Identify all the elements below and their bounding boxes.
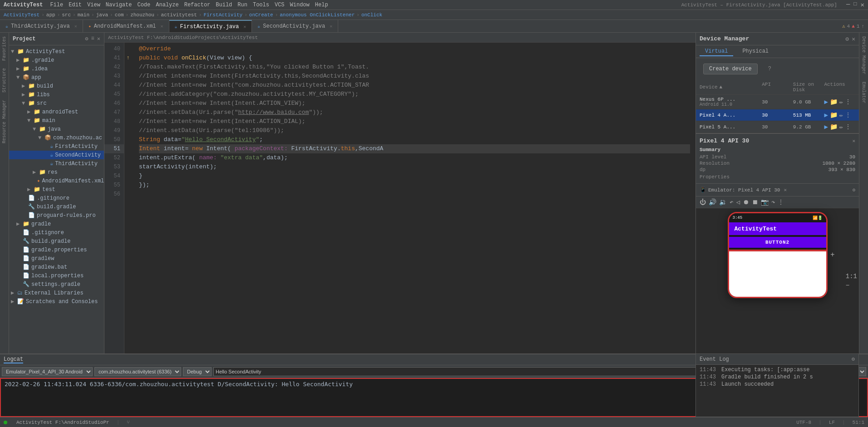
- more-button[interactable]: ⋮: [778, 198, 784, 206]
- device-row-nexus[interactable]: Nexus 6P ... Android 11.0 30 9.0 GB ▶ 📁 …: [696, 95, 859, 109]
- sidebar-icon-gear[interactable]: ⚙: [85, 35, 88, 42]
- create-device-button[interactable]: Create device: [703, 64, 758, 74]
- tree-gradlew-bat[interactable]: ▶ 📄 gradlew.bat: [9, 263, 104, 271]
- breadcrumb-src[interactable]: src: [62, 12, 71, 18]
- menu-tools[interactable]: Tools: [253, 2, 269, 8]
- menu-file[interactable]: File: [50, 2, 63, 8]
- tab-secondactivity-close[interactable]: ✕: [330, 24, 332, 29]
- sidebar-tab-structure[interactable]: Structure: [0, 64, 8, 96]
- menu-navigate[interactable]: Navigate: [106, 2, 132, 8]
- tree-thirdactivity[interactable]: ▶ ☕ ThirdActivity: [9, 159, 104, 168]
- breadcrumb-oncreate[interactable]: onCreate: [249, 12, 273, 18]
- logcat-level-select[interactable]: Debug: [183, 367, 212, 376]
- tree-gradle-root[interactable]: ▶ 📁 gradle: [9, 220, 104, 228]
- tree-gradle[interactable]: ▶ 📁 .gradle: [9, 56, 104, 64]
- zoom-out-button[interactable]: −: [846, 282, 857, 289]
- menu-vcs[interactable]: VCS: [275, 2, 285, 8]
- device-row-pixel4a[interactable]: Pixel 4 A... 30 513 MB ▶ 📁 ✏ ⋮: [696, 109, 859, 121]
- tab-physical[interactable]: Physical: [737, 47, 774, 56]
- volume-down-button[interactable]: 🔉: [719, 198, 727, 206]
- tree-gitignore-app[interactable]: ▶ 📄 .gitignore: [9, 194, 104, 202]
- tree-settings-gradle[interactable]: ▶ 🔧 settings.gradle: [9, 280, 104, 289]
- tree-build-gradle-app[interactable]: ▶ 🔧 build.gradle: [9, 202, 104, 211]
- help-icon[interactable]: ?: [768, 66, 771, 72]
- pixel5a-edit-button[interactable]: ✏: [839, 123, 843, 131]
- right-tab-device-manager[interactable]: Device Manager: [860, 33, 868, 78]
- breadcrumb-anonymous[interactable]: anonymous OnClickListener: [280, 12, 355, 18]
- stop-button[interactable]: ⏹: [752, 199, 758, 206]
- tree-local-props[interactable]: ▶ 📄 local.properties: [9, 271, 104, 280]
- device-manager-close-icon[interactable]: ✕: [852, 35, 855, 43]
- tree-gradle-props[interactable]: ▶ 📄 gradle.properties: [9, 245, 104, 254]
- menu-view[interactable]: View: [87, 2, 100, 8]
- tab-androidmanifest-close[interactable]: ✕: [161, 24, 163, 29]
- power-button[interactable]: ⏻: [700, 199, 706, 206]
- back-button[interactable]: ◁: [736, 198, 740, 206]
- pixel5a-more-button[interactable]: ⋮: [845, 123, 851, 131]
- tree-external-libs[interactable]: ▶ 🗂 External Libraries: [9, 289, 104, 297]
- screenshot-button[interactable]: 📷: [761, 198, 769, 206]
- pixel4a-edit-button[interactable]: ✏: [839, 111, 843, 119]
- tree-test[interactable]: ▶ 📁 test: [9, 185, 104, 194]
- menu-code[interactable]: Code: [137, 2, 150, 8]
- tree-androidmanifest[interactable]: ▶ ✦ AndroidManifest.xml: [9, 177, 104, 185]
- breadcrumb-activitytest[interactable]: ActivityTest: [4, 12, 39, 18]
- tree-libs[interactable]: ▶ 📁 libs: [9, 90, 104, 99]
- pixel5a-run-button[interactable]: ▶: [824, 123, 828, 131]
- tab-firstactivity-close[interactable]: ✕: [243, 24, 246, 29]
- home-button[interactable]: ⏺: [743, 199, 749, 206]
- nexus-more-button[interactable]: ⋮: [845, 98, 851, 106]
- device-manager-settings-icon[interactable]: ⚙: [845, 35, 849, 43]
- emulator-settings-icon[interactable]: ⚙: [852, 187, 855, 193]
- device-row-pixel5a[interactable]: Pixel 5 A... 30 9.2 GB ▶ 📁 ✏ ⋮: [696, 121, 859, 133]
- sidebar-icon-close[interactable]: ✕: [97, 35, 100, 42]
- zoom-in-button[interactable]: 1:1: [846, 273, 857, 280]
- tree-res[interactable]: ▶ 📁 res: [9, 168, 104, 177]
- minimize-button[interactable]: ─: [846, 1, 850, 9]
- logcat-package-select[interactable]: com.zhouzhou.activitytest (6336): [94, 367, 181, 376]
- menu-build[interactable]: Build: [216, 2, 232, 8]
- volume-up-button[interactable]: 🔊: [709, 198, 716, 206]
- menu-run[interactable]: Run: [237, 2, 247, 8]
- tree-gradlew[interactable]: ▶ 📄 gradlew: [9, 254, 104, 263]
- close-button[interactable]: ✕: [861, 1, 864, 9]
- menu-help[interactable]: Help: [315, 2, 328, 8]
- tree-androidtest[interactable]: ▶ 📁 androidTest: [9, 108, 104, 116]
- breadcrumb-app[interactable]: app: [46, 12, 55, 18]
- pixel4-details-close[interactable]: ✕: [852, 138, 855, 144]
- pixel5a-folder-button[interactable]: 📁: [830, 123, 838, 131]
- nexus-edit-button[interactable]: ✏: [839, 98, 843, 106]
- menu-analyze[interactable]: Analyze: [156, 2, 178, 8]
- tab-thirdactivity[interactable]: ☕ ThirdActivity.java ✕: [0, 20, 83, 33]
- nexus-folder-button[interactable]: 📁: [830, 98, 838, 106]
- tree-idea[interactable]: ▶ 📁 .idea: [9, 64, 104, 73]
- tree-src[interactable]: ▼ 📁 src: [9, 99, 104, 108]
- breadcrumb-java[interactable]: java: [96, 12, 108, 18]
- tree-gitignore-root[interactable]: ▶ 📄 .gitignore: [9, 228, 104, 237]
- pixel4a-more-button[interactable]: ⋮: [845, 111, 851, 119]
- tree-package[interactable]: ▼ 📦 com.zhouzhou.ac: [9, 133, 104, 142]
- right-tab-emulator[interactable]: Emulator: [860, 78, 868, 107]
- rotate-right-button[interactable]: ↷: [771, 198, 775, 206]
- tree-main[interactable]: ▼ 📁 main: [9, 116, 104, 125]
- tree-activitytest[interactable]: ▼ 📁 ActivityTest: [9, 47, 104, 56]
- breadcrumb-firstactivity[interactable]: FirstActivity: [203, 12, 242, 18]
- pixel4a-run-button[interactable]: ▶: [824, 111, 828, 119]
- sort-icon[interactable]: ▲: [720, 84, 723, 90]
- sidebar-tab-resource-manager[interactable]: Resource Manager: [0, 96, 8, 147]
- breadcrumb-activitytest2[interactable]: activitytest: [161, 12, 197, 18]
- maximize-button[interactable]: □: [853, 1, 857, 9]
- tree-java[interactable]: ▼ 📁 java: [9, 125, 104, 133]
- tree-proguard[interactable]: ▶ 📄 proguard-rules.pro: [9, 211, 104, 220]
- sidebar-icon-sort[interactable]: ≡: [91, 35, 94, 42]
- pixel4a-folder-button[interactable]: 📁: [830, 111, 838, 119]
- tree-firstactivity[interactable]: ▶ ☕ FirstActivity: [9, 142, 104, 151]
- menu-edit[interactable]: Edit: [69, 2, 82, 8]
- tab-thirdactivity-close[interactable]: ✕: [74, 24, 77, 29]
- tree-secondactivity[interactable]: ▶ ☕ SecondActivity: [9, 151, 104, 159]
- breadcrumb-zhouzhou[interactable]: zhouzhou: [130, 12, 154, 18]
- tree-build-gradle-root[interactable]: ▶ 🔧 build.gradle: [9, 237, 104, 245]
- tab-androidmanifest[interactable]: ✦ AndroidManifest.xml ✕: [83, 20, 169, 33]
- menu-refactor[interactable]: Refactor: [184, 2, 211, 8]
- code-content[interactable]: @Override public void onClick(View view)…: [133, 43, 695, 353]
